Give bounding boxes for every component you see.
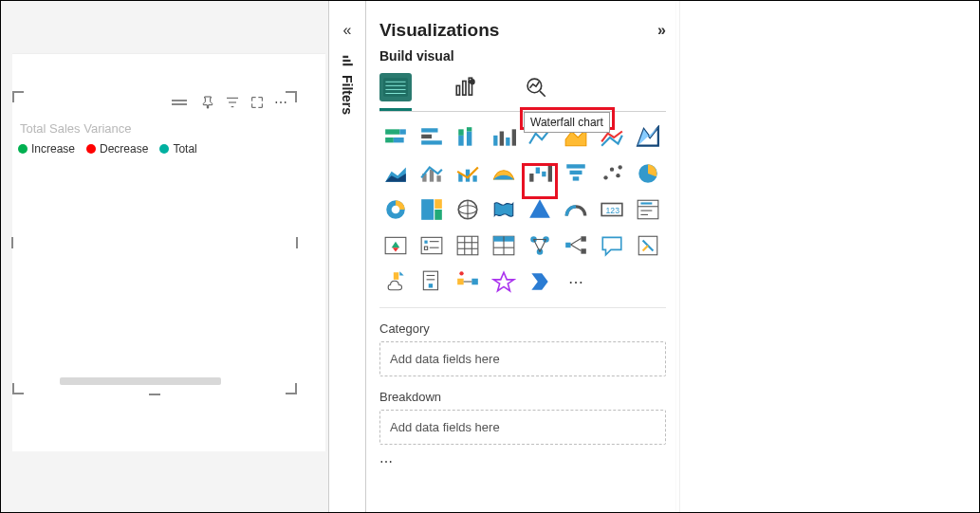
field-well-category-label: Category	[379, 321, 666, 336]
svg-marker-104	[493, 272, 514, 291]
svg-rect-16	[394, 137, 404, 142]
svg-point-47	[616, 174, 619, 177]
chevron-left-icon[interactable]: «	[343, 22, 352, 39]
svg-rect-1	[342, 60, 350, 62]
viz-type-decomp[interactable]	[560, 229, 592, 262]
svg-rect-72	[424, 247, 427, 249]
svg-rect-27	[512, 129, 516, 145]
viz-type-donut[interactable]	[379, 193, 412, 226]
svg-rect-25	[500, 132, 504, 146]
drag-handle-icon[interactable]	[172, 100, 187, 105]
svg-rect-15	[385, 137, 394, 142]
svg-rect-43	[570, 171, 582, 174]
field-well-category-section: Category Add data fields here	[379, 321, 666, 376]
viz-type-r-visual[interactable]	[524, 229, 556, 262]
viz-type-treemap[interactable]	[416, 193, 448, 226]
legend-increase-swatch	[18, 144, 28, 154]
svg-rect-17	[421, 128, 437, 132]
filters-label: Filters	[340, 75, 355, 115]
svg-rect-52	[421, 199, 434, 220]
viz-type-waterfall[interactable]	[524, 157, 556, 190]
viz-type-waterfall-alt[interactable]	[488, 157, 520, 190]
viz-type-paginated[interactable]	[379, 266, 412, 298]
viz-type-table[interactable]	[452, 229, 484, 262]
viz-type-card[interactable]: 123	[596, 193, 628, 226]
tab-fields[interactable]	[379, 73, 412, 101]
svg-rect-74	[457, 236, 478, 255]
svg-rect-2	[342, 64, 353, 65]
legend-decrease: Decrease	[86, 142, 148, 156]
viz-type-ai-narrative[interactable]	[416, 266, 448, 298]
viz-type-power-automate[interactable]	[524, 266, 556, 298]
tab-analytics[interactable]	[520, 73, 552, 101]
svg-rect-26	[506, 137, 509, 146]
viz-type-stacked-bar[interactable]	[379, 121, 412, 154]
viz-type-map[interactable]	[452, 193, 484, 226]
svg-point-51	[392, 206, 400, 214]
more-field-wells[interactable]: ⋯	[379, 454, 666, 469]
legend-total-swatch	[159, 144, 169, 154]
viz-type-more[interactable]: ⋯	[560, 266, 592, 298]
build-visual-subtitle: Build visual	[379, 48, 666, 64]
svg-rect-33	[430, 170, 434, 182]
filters-pane-collapsed[interactable]: « Filters	[328, 1, 366, 513]
viz-type-py-visual[interactable]	[632, 229, 664, 262]
viz-type-matrix[interactable]	[488, 229, 520, 262]
svg-rect-39	[536, 168, 540, 174]
horizontal-scrollbar[interactable]	[60, 377, 221, 385]
viz-type-slicer[interactable]	[416, 229, 448, 262]
blank-area	[679, 1, 980, 513]
field-well-category[interactable]: Add data fields here	[379, 341, 666, 376]
svg-rect-8	[456, 85, 459, 95]
svg-rect-53	[435, 199, 442, 209]
viz-type-metrics[interactable]	[488, 266, 520, 298]
svg-rect-37	[472, 175, 476, 182]
viz-type-filled-map[interactable]	[488, 193, 520, 226]
viz-type-qna[interactable]	[596, 229, 628, 262]
field-well-breakdown[interactable]: Add data fields here	[379, 410, 666, 445]
viz-type-clustered-bar[interactable]	[416, 121, 448, 154]
viz-type-line-stacked[interactable]	[416, 157, 448, 190]
viz-type-clustered-column[interactable]	[488, 121, 520, 154]
viz-type-scatter[interactable]	[596, 157, 628, 190]
pin-icon[interactable]	[200, 95, 215, 110]
viz-type-funnel[interactable]	[560, 157, 592, 190]
tooltip-waterfall: Waterfall chart	[524, 112, 610, 133]
visualizations-pane: Visualizations » Build visual Waterfall …	[366, 1, 679, 513]
viz-type-stacked-column[interactable]	[452, 121, 484, 154]
filters-icon	[341, 54, 354, 70]
svg-rect-101	[457, 279, 464, 285]
viz-type-gauge[interactable]	[560, 193, 592, 226]
visual-placeholder[interactable]: ⋯ Total Sales Variance Increase Decrease…	[12, 91, 297, 394]
viz-type-area-stacked[interactable]	[379, 157, 412, 190]
svg-rect-13	[385, 129, 399, 134]
chevron-right-icon[interactable]: »	[657, 22, 666, 39]
viz-type-kpi[interactable]	[379, 229, 412, 262]
legend-decrease-swatch	[86, 144, 96, 154]
filter-icon[interactable]	[225, 95, 240, 110]
svg-rect-0	[342, 56, 348, 58]
visual-legend: Increase Decrease Total	[18, 142, 197, 156]
viz-type-ribbon[interactable]	[632, 121, 664, 154]
tab-format[interactable]	[450, 73, 482, 101]
svg-rect-14	[399, 129, 406, 134]
visualizations-title: Visualizations	[379, 20, 499, 41]
viz-type-azure-map[interactable]	[524, 193, 556, 226]
viz-type-combo[interactable]	[452, 157, 484, 190]
legend-total-label: Total	[173, 142, 196, 156]
viz-type-pie[interactable]	[632, 157, 664, 190]
svg-rect-69	[421, 237, 442, 253]
field-well-breakdown-label: Breakdown	[379, 390, 666, 404]
svg-line-93	[571, 245, 582, 251]
report-canvas[interactable]: ⋯ Total Sales Variance Increase Decrease…	[1, 1, 328, 513]
svg-point-45	[603, 175, 607, 179]
viz-type-key-influencers[interactable]	[452, 266, 484, 298]
viz-type-multi-row-card[interactable]	[632, 193, 664, 226]
more-options-icon[interactable]: ⋯	[274, 95, 289, 110]
svg-marker-58	[529, 199, 550, 218]
svg-rect-89	[565, 243, 570, 247]
svg-rect-54	[435, 210, 442, 220]
svg-marker-105	[531, 273, 547, 289]
focus-mode-icon[interactable]	[250, 95, 265, 110]
svg-rect-23	[467, 127, 472, 131]
